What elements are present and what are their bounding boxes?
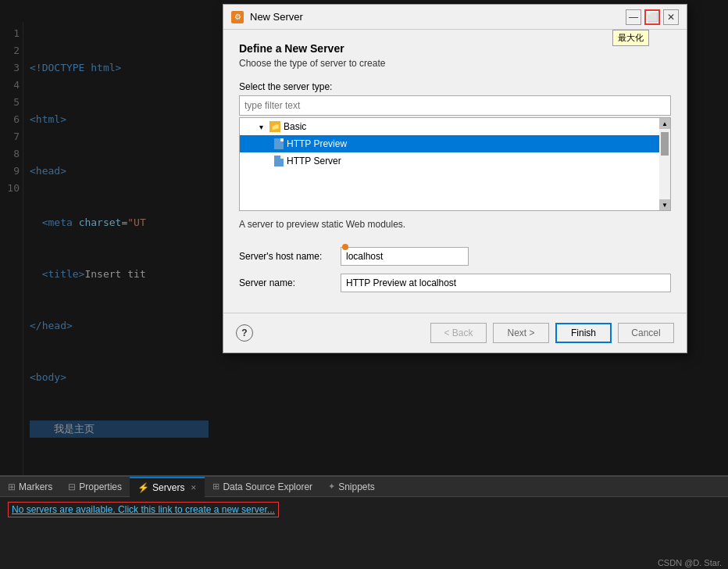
dialog-controls: — ⬜ ✕ <box>626 9 679 25</box>
host-name-row: Server's host name: <box>239 247 671 266</box>
servers-icon: ⚡ <box>137 482 149 493</box>
tab-label-servers: Servers <box>152 482 184 493</box>
scroll-track <box>659 129 670 199</box>
tree-row-http-preview[interactable]: HTTP Preview <box>240 135 670 152</box>
minimize-button[interactable]: — <box>626 9 641 25</box>
host-indicator <box>342 244 348 250</box>
filter-input[interactable] <box>239 95 671 116</box>
cancel-button[interactable]: Cancel <box>618 323 674 343</box>
dialog-body: Define a New Server Choose the type of s… <box>223 30 687 313</box>
file-icon-http-preview <box>274 138 284 149</box>
tab-label-data-source: Data Source Explorer <box>223 481 312 492</box>
maximize-tooltip: 最大化 <box>612 30 649 46</box>
expand-icon[interactable]: ▾ <box>255 121 266 132</box>
server-description: A server to preview static Web modules. <box>239 219 671 234</box>
tab-snippets[interactable]: ✦ Snippets <box>320 477 383 497</box>
file-icon-http-server <box>274 156 284 166</box>
server-name-label: Server name: <box>239 277 341 288</box>
status-bar: CSDN @D. Star. <box>651 556 728 569</box>
scroll-down-button[interactable]: ▼ <box>659 199 670 210</box>
folder-icon: 📁 <box>269 121 280 132</box>
tab-label-properties: Properties <box>79 481 122 492</box>
dialog-header-title: Define a New Server <box>239 42 671 55</box>
back-button[interactable]: < Back <box>430 323 487 343</box>
create-server-link[interactable]: No servers are available. Click this lin… <box>8 502 279 517</box>
tab-properties[interactable]: ⊟ Properties <box>60 477 130 497</box>
dialog-title-text: New Server <box>250 11 626 23</box>
data-source-icon: ⊞ <box>212 481 219 492</box>
finish-button[interactable]: Finish <box>555 323 612 343</box>
dialog-footer: ? < Back Next > Finish Cancel <box>223 313 687 352</box>
scroll-up-button[interactable]: ▲ <box>659 118 670 129</box>
tab-data-source[interactable]: ⊞ Data Source Explorer <box>205 477 320 497</box>
server-name-input[interactable] <box>341 274 671 292</box>
tree-label-basic: Basic <box>284 121 306 132</box>
next-button[interactable]: Next > <box>493 323 549 343</box>
server-type-label: Select the server type: <box>239 81 671 92</box>
properties-icon: ⊟ <box>68 481 76 492</box>
dialog-title-icon: ⚙ <box>231 11 244 23</box>
server-type-tree[interactable]: ▾ 📁 Basic HTTP Preview HTTP Ser <box>239 117 671 211</box>
server-name-row: Server name: <box>239 274 671 292</box>
tree-label-http-preview: HTTP Preview <box>287 138 347 149</box>
gear-icon: ⚙ <box>234 13 241 21</box>
snippets-icon: ✦ <box>328 481 335 492</box>
tree-row-basic[interactable]: ▾ 📁 Basic <box>240 118 670 135</box>
tree-row-http-server[interactable]: HTTP Server <box>240 152 670 170</box>
host-name-label: Server's host name: <box>239 251 341 262</box>
tab-close-servers-icon[interactable]: ✕ <box>191 484 197 492</box>
help-button[interactable]: ? <box>236 324 253 342</box>
maximize-button[interactable]: ⬜ <box>644 9 660 25</box>
bottom-content: No servers are available. Click this lin… <box>0 497 728 522</box>
tree-scrollbar[interactable]: ▲ ▼ <box>659 118 670 210</box>
tab-servers[interactable]: ⚡ Servers ✕ <box>130 477 205 497</box>
dialog-titlebar: ⚙ New Server — ⬜ ✕ <box>223 5 687 30</box>
question-mark-icon: ? <box>241 327 247 338</box>
markers-icon: ⊞ <box>8 481 16 492</box>
scroll-thumb <box>661 132 669 156</box>
tab-markers[interactable]: ⊞ Markers <box>0 477 60 497</box>
dialog-header-subtitle: Choose the type of server to create <box>239 58 671 69</box>
tree-label-http-server: HTTP Server <box>287 156 341 166</box>
host-name-input[interactable] <box>341 247 469 266</box>
bottom-tab-bar: ⊞ Markers ⊟ Properties ⚡ Servers ✕ ⊞ Dat… <box>0 477 728 497</box>
close-button[interactable]: ✕ <box>663 9 679 25</box>
tab-label-markers: Markers <box>19 481 52 492</box>
tab-label-snippets: Snippets <box>338 481 375 492</box>
bottom-panel: ⊞ Markers ⊟ Properties ⚡ Servers ✕ ⊞ Dat… <box>0 475 728 569</box>
new-server-dialog: ⚙ New Server — ⬜ ✕ 最大化 Define a New Serv… <box>223 4 687 353</box>
